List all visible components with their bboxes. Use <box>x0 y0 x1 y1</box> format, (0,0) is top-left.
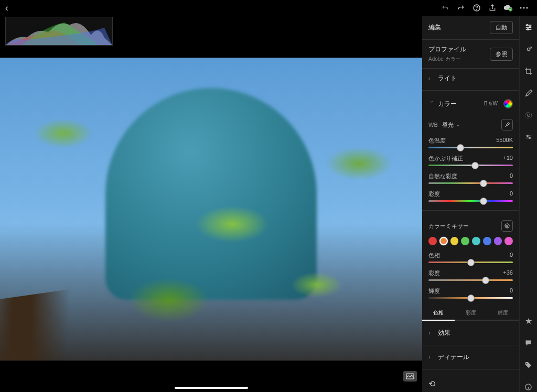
mixer-luminance-slider[interactable]: 輝度0 <box>422 285 519 303</box>
svg-point-8 <box>507 225 508 227</box>
mixer-color-0[interactable] <box>428 237 437 245</box>
mixer-color-4[interactable] <box>472 237 480 245</box>
temperature-label: 色温度 <box>428 137 446 145</box>
temperature-slider[interactable]: 色温度5500K <box>422 135 519 153</box>
hue-value: 0 <box>510 252 513 259</box>
color-label: カラー <box>438 100 480 108</box>
compare-button[interactable] <box>403 371 417 382</box>
color-grading-button[interactable] <box>503 99 513 108</box>
tool-strip: ★ <box>519 16 537 392</box>
detail-label: ディテール <box>438 353 513 362</box>
mixer-color-5[interactable] <box>483 237 491 245</box>
color-mixer-label: カラーミキサー <box>428 222 501 230</box>
luminance-value: 0 <box>510 287 513 295</box>
wb-label: WB <box>428 122 438 128</box>
svg-point-3 <box>520 7 521 8</box>
profile-heading: プロファイル <box>428 45 490 54</box>
saturation-label: 彩度 <box>428 190 440 198</box>
svg-point-1 <box>477 9 477 10</box>
chevron-down-icon: ⌄ <box>456 122 460 127</box>
svg-point-14 <box>525 112 532 118</box>
luminance-label: 輝度 <box>428 287 440 295</box>
help-icon[interactable] <box>469 0 485 16</box>
mixer-color-1[interactable] <box>439 237 448 245</box>
adjust-sliders-icon[interactable] <box>523 22 534 32</box>
auto-button[interactable]: 自動 <box>490 21 513 34</box>
svg-point-9 <box>527 25 528 26</box>
healing-icon[interactable] <box>523 44 534 55</box>
mixer-tabs: 色相 彩度 輝度 <box>422 303 519 321</box>
star-icon[interactable]: ★ <box>523 315 534 326</box>
effects-section-toggle[interactable]: › 効果 <box>422 323 519 343</box>
mixer-color-3[interactable] <box>461 237 469 245</box>
temperature-value: 5500K <box>496 137 513 145</box>
color-section-toggle[interactable]: › カラー B＆W <box>422 93 519 115</box>
tint-value: +10 <box>503 155 513 162</box>
target-adjustment-button[interactable] <box>501 220 513 232</box>
svg-point-12 <box>527 48 530 50</box>
svg-point-17 <box>529 137 530 139</box>
hue-label: 色相 <box>428 252 440 259</box>
share-icon[interactable] <box>485 0 500 16</box>
mixer-color-7[interactable] <box>504 237 513 245</box>
tint-slider[interactable]: 色かぶり補正+10 <box>422 153 519 170</box>
wb-value: 昼光 <box>442 121 454 129</box>
svg-point-18 <box>526 363 527 364</box>
saturation-value: 0 <box>510 190 513 198</box>
mixer-sat-value: +36 <box>503 269 513 277</box>
effects-label: 効果 <box>438 329 513 337</box>
undo-icon[interactable] <box>437 0 453 16</box>
mixer-color-6[interactable] <box>494 237 502 245</box>
edit-panel: 編集 自動 プロファイル Adobe カラー 参照 › ライト › カラー B＆… <box>422 16 519 392</box>
detail-section-toggle[interactable]: › ディテール <box>422 347 519 367</box>
info-icon[interactable] <box>523 382 534 392</box>
light-label: ライト <box>438 74 513 83</box>
saturation-slider[interactable]: 彩度0 <box>422 188 519 206</box>
eyedropper-button[interactable] <box>501 119 513 130</box>
svg-point-10 <box>529 27 531 28</box>
chevron-right-icon: › <box>428 330 435 336</box>
profile-value: Adobe カラー <box>428 56 490 63</box>
reset-icon[interactable]: ⟲ <box>428 379 435 388</box>
svg-point-4 <box>523 7 524 8</box>
tab-luminance[interactable]: 輝度 <box>487 306 519 321</box>
mixer-color-2[interactable] <box>450 237 459 245</box>
photo-preview[interactable] <box>0 58 422 361</box>
wb-preset-dropdown[interactable]: 昼光 ⌄ <box>442 121 460 129</box>
cloud-sync-icon[interactable] <box>500 0 516 16</box>
color-mixer-swatches <box>422 235 519 249</box>
svg-point-15 <box>527 114 530 116</box>
vibrance-label: 自然な彩度 <box>428 172 457 180</box>
redo-icon[interactable] <box>453 0 469 16</box>
mixer-saturation-slider[interactable]: 彩度+36 <box>422 267 519 285</box>
vibrance-slider[interactable]: 自然な彩度0 <box>422 170 519 188</box>
mixer-hue-slider[interactable]: 色相0 <box>422 249 519 267</box>
svg-point-13 <box>530 47 531 48</box>
svg-point-7 <box>505 224 509 228</box>
presets-icon[interactable] <box>523 132 534 143</box>
histogram[interactable] <box>5 17 113 46</box>
svg-point-5 <box>526 7 528 8</box>
chevron-right-icon: › <box>428 354 435 360</box>
light-section-toggle[interactable]: › ライト <box>422 69 519 88</box>
back-button[interactable]: ‹ <box>5 3 8 14</box>
crop-icon[interactable] <box>523 66 534 77</box>
tint-label: 色かぶり補正 <box>428 155 463 162</box>
edit-heading: 編集 <box>428 23 490 32</box>
vibrance-value: 0 <box>510 172 513 180</box>
tab-saturation[interactable]: 彩度 <box>455 306 487 321</box>
comment-icon[interactable] <box>523 337 534 348</box>
bw-toggle[interactable]: B＆W <box>480 98 501 110</box>
canvas-area[interactable] <box>0 16 422 392</box>
brush-icon[interactable] <box>523 88 534 99</box>
chevron-down-icon: › <box>429 101 435 107</box>
svg-point-11 <box>527 29 529 30</box>
mixer-sat-label: 彩度 <box>428 269 440 277</box>
home-indicator <box>175 387 248 389</box>
browse-profile-button[interactable]: 参照 <box>490 48 513 61</box>
tab-hue[interactable]: 色相 <box>422 306 455 321</box>
svg-point-16 <box>527 135 528 137</box>
radial-gradient-icon[interactable] <box>523 110 534 121</box>
more-icon[interactable] <box>516 0 532 16</box>
tag-icon[interactable] <box>523 360 534 370</box>
